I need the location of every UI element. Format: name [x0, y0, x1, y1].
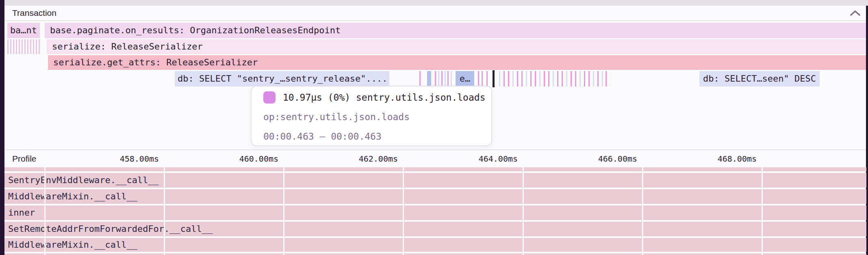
micro-span-mark[interactable] — [419, 71, 421, 86]
micro-span-mark[interactable] — [605, 71, 607, 86]
micro-span-mark[interactable] — [526, 71, 527, 86]
micro-span-mark[interactable] — [544, 71, 545, 86]
micro-span-mark[interactable] — [438, 71, 439, 86]
micro-span-mark[interactable] — [478, 71, 479, 86]
transaction-title: Transaction — [12, 8, 56, 18]
micro-span-mark[interactable] — [539, 71, 540, 86]
micro-span-mark[interactable] — [562, 71, 563, 86]
gridline — [642, 167, 643, 255]
micro-span-mark[interactable] — [566, 71, 567, 86]
span-bar[interactable]: serialize: ReleaseSerializer — [47, 39, 866, 54]
micro-span-mark[interactable] — [486, 71, 488, 86]
gridline — [44, 167, 46, 255]
micro-span-mark[interactable] — [584, 71, 585, 86]
gridline — [403, 167, 404, 255]
micro-span-mark[interactable] — [602, 71, 603, 86]
flame-frame-row[interactable]: MiddlewareMixin.__call__ — [4, 189, 866, 204]
micro-span-mark[interactable] — [447, 71, 449, 86]
playhead-cursor — [493, 70, 495, 87]
trace-profiler-view: Transaction ba…ntbase.paginate.on_result… — [0, 0, 868, 255]
time-axis-label: 468.00ms — [718, 149, 757, 167]
time-axis-label: 460.00ms — [239, 149, 278, 167]
transaction-section-header[interactable]: Transaction — [4, 6, 866, 21]
db-span-bar[interactable]: db: SELECT…seen" DESC — [699, 71, 820, 86]
micro-span-mark[interactable] — [593, 71, 594, 86]
micro-span-mark[interactable] — [553, 71, 554, 86]
micro-span-mark[interactable] — [512, 71, 514, 86]
micro-span-mark[interactable] — [451, 71, 452, 86]
time-axis-label: 466.00ms — [598, 149, 637, 167]
tooltip-duration-and-name: 10.97µs (0%) sentry.utils.json.loads — [283, 91, 486, 104]
micro-span-mark[interactable] — [530, 71, 532, 86]
flame-frame-row[interactable] — [4, 253, 866, 255]
micro-span-mark[interactable] — [508, 71, 509, 86]
span-autogroup-chip[interactable] — [7, 39, 40, 54]
db-span-bar[interactable]: e… — [456, 71, 474, 86]
micro-span-mark[interactable] — [588, 71, 590, 86]
profile-title: Profile — [12, 149, 37, 167]
left-window-edge — [0, 0, 4, 255]
flame-frame-row[interactable] — [4, 167, 866, 171]
micro-span-mark[interactable] — [517, 71, 518, 86]
window-top-strip — [4, 0, 868, 6]
gridline — [762, 167, 763, 255]
flame-frame-row[interactable]: inner — [4, 205, 866, 220]
db-span-bar[interactable]: db: SELECT "sentry_…sentry_release".... — [175, 71, 389, 86]
span-bar[interactable]: serialize.get_attrs: ReleaseSerializer — [48, 55, 866, 70]
micro-span-mark[interactable] — [535, 71, 536, 86]
micro-span-mark[interactable] — [557, 71, 558, 86]
tooltip-op: op:sentry.utils.json.loads — [263, 111, 410, 123]
span-tooltip: 10.97µs (0%) sentry.utils.json.loads op:… — [251, 86, 492, 146]
micro-span-mark[interactable] — [571, 71, 572, 86]
time-axis-label: 458.00ms — [120, 149, 159, 167]
micro-span-mark[interactable] — [499, 71, 500, 86]
chevron-up-icon[interactable] — [850, 10, 861, 16]
micro-span-mark[interactable] — [575, 71, 576, 86]
micro-span-mark[interactable] — [548, 71, 549, 86]
micro-span-mark[interactable] — [445, 71, 446, 86]
micro-span-mark[interactable] — [597, 71, 599, 86]
gridline — [283, 167, 284, 255]
micro-span-mark[interactable] — [441, 71, 443, 86]
micro-span-mark[interactable] — [521, 71, 523, 86]
micro-span-mark[interactable] — [579, 71, 581, 86]
micro-span-mark[interactable] — [427, 71, 431, 86]
flame-frame-row[interactable]: SetRemoteAddrFromForwardedFor.__call__ — [4, 222, 866, 236]
gridline — [164, 167, 165, 255]
tooltip-time-range: 00:00.463 — 00:00.463 — [263, 130, 382, 143]
micro-span-mark[interactable] — [503, 71, 505, 86]
flame-frame-row[interactable]: SentryEnvMiddleware.__call__ — [4, 173, 866, 188]
time-axis-label: 462.00ms — [359, 149, 398, 167]
flame-frame-row[interactable]: MiddlewareMixin.__call__ — [4, 238, 866, 252]
time-axis-label: 464.00ms — [479, 149, 518, 167]
span-bar[interactable]: base.paginate.on_results: OrganizationRe… — [45, 23, 866, 38]
micro-span-mark[interactable] — [482, 71, 483, 86]
span-color-swatch — [263, 91, 276, 104]
gridline — [523, 167, 524, 255]
micro-span-mark[interactable] — [435, 71, 436, 86]
span-count-chip[interactable]: ba…nt — [7, 23, 40, 38]
